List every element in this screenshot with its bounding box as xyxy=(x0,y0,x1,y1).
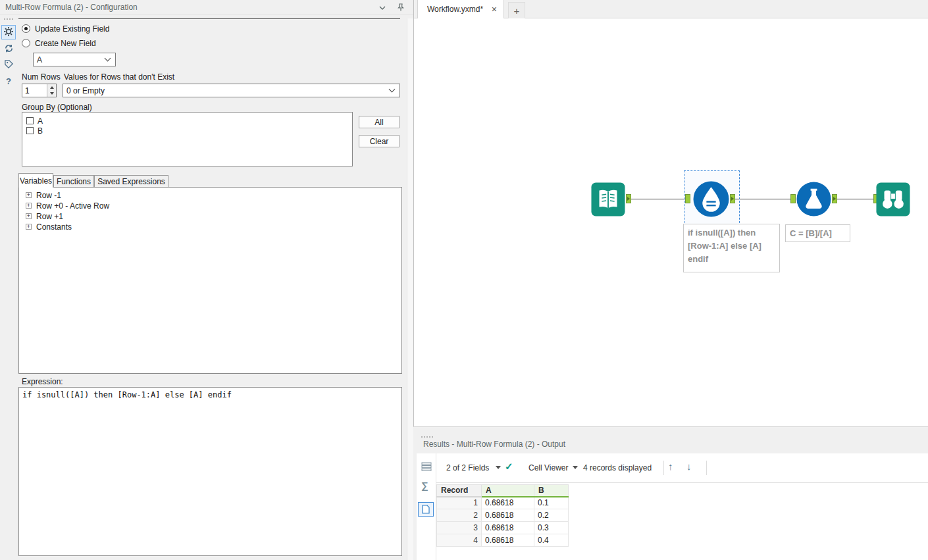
multirow-input-anchor[interactable] xyxy=(685,194,690,203)
workflow-canvas[interactable]: if isnull([A]) then [Row-1:A] else [A] e… xyxy=(414,18,928,428)
multirow-output-anchor[interactable] xyxy=(730,194,735,203)
cell-a[interactable]: 0.68618 xyxy=(482,509,534,522)
tab-functions-label: Functions xyxy=(57,177,91,186)
collapse-chevron-icon[interactable] xyxy=(378,3,387,14)
workflow-tab[interactable]: Workflow.yxmd* × xyxy=(417,0,504,18)
expander-plus-icon[interactable]: + xyxy=(26,213,32,219)
tree-item-label: Constants xyxy=(36,222,72,232)
cell-viewer-button[interactable]: Cell Viewer xyxy=(528,463,568,472)
tree-item-row-minus-1[interactable]: + Row -1 xyxy=(19,191,401,201)
arrow-down-icon[interactable]: ↓ xyxy=(686,461,692,472)
values-for-rows-select[interactable]: 0 or Empty xyxy=(63,84,400,97)
cell-a[interactable]: 0.68618 xyxy=(482,534,534,547)
question-icon: ? xyxy=(6,76,11,86)
apply-check-icon[interactable]: ✓ xyxy=(505,461,513,472)
tool-multi-row-formula[interactable] xyxy=(693,181,729,217)
expression-editor[interactable]: if isnull([A]) then [Row-1:A] else [A] e… xyxy=(18,387,402,556)
workflow-tab-title: Workflow.yxmd* xyxy=(427,5,490,14)
cell-a[interactable]: 0.68618 xyxy=(482,497,534,509)
new-workflow-tab-button[interactable]: + xyxy=(508,2,525,18)
update-existing-field-radio[interactable] xyxy=(22,24,30,33)
tab-saved-expressions-label: Saved Expressions xyxy=(97,177,165,186)
cell-a[interactable]: 0.68618 xyxy=(482,522,534,534)
tool-input-data[interactable] xyxy=(591,182,625,216)
arrow-up-icon[interactable]: ↑ xyxy=(668,461,673,472)
refresh-tab-button[interactable] xyxy=(1,42,16,57)
clear-button[interactable]: Clear xyxy=(359,135,400,147)
pin-icon[interactable] xyxy=(396,3,405,14)
record-number-cell[interactable]: 1 xyxy=(437,497,482,509)
field-select[interactable]: A xyxy=(33,53,116,66)
record-number-cell[interactable]: 4 xyxy=(437,534,482,547)
tab-variables[interactable]: Variables xyxy=(18,173,53,188)
group-by-item-label: B xyxy=(38,126,43,136)
results-panel: Results - Multi-Row Formula (2) - Output… xyxy=(413,426,928,560)
multirow-annotation[interactable]: if isnull([A]) then [Row-1:A] else [A] e… xyxy=(683,224,780,272)
spin-buttons xyxy=(47,84,56,97)
close-icon[interactable]: × xyxy=(490,4,498,14)
tree-item-row-0-active[interactable]: + Row +0 - Active Row xyxy=(19,201,401,212)
create-new-field-radio[interactable] xyxy=(22,39,30,47)
expression-label: Expression: xyxy=(22,377,63,386)
cell-b[interactable]: 0.3 xyxy=(534,522,569,534)
group-by-checkbox-a[interactable] xyxy=(26,117,34,124)
tree-item-row-plus-1[interactable]: + Row +1 xyxy=(19,212,401,222)
group-by-checkbox-b[interactable] xyxy=(26,127,34,134)
tool-browse[interactable] xyxy=(876,182,910,216)
num-rows-input[interactable] xyxy=(22,84,47,97)
values-for-rows-label: Values for Rows that don't Exist xyxy=(64,72,174,82)
all-button[interactable]: All xyxy=(359,116,400,128)
help-tab-button[interactable]: ? xyxy=(1,74,16,88)
expander-plus-icon[interactable]: + xyxy=(26,224,32,230)
plus-icon: + xyxy=(514,5,520,16)
table-row: 4 0.68618 0.4 xyxy=(437,534,569,547)
column-header-a[interactable]: A xyxy=(482,485,534,497)
configuration-panel-titlebar: Multi-Row Formula (2) - Configuration xyxy=(0,0,413,14)
spin-up-button[interactable] xyxy=(47,84,56,91)
tab-functions[interactable]: Functions xyxy=(53,175,94,188)
column-header-b[interactable]: B xyxy=(534,485,569,497)
results-table-view-button[interactable] xyxy=(421,461,432,474)
results-output-view-button[interactable] xyxy=(418,502,434,517)
cell-b[interactable]: 0.4 xyxy=(534,534,569,547)
record-number-cell[interactable]: 2 xyxy=(437,509,482,522)
spin-down-button[interactable] xyxy=(47,91,56,97)
configuration-tab-button[interactable] xyxy=(1,25,16,39)
tree-item-label: Row +1 xyxy=(36,212,63,221)
gear-icon xyxy=(3,26,14,39)
fields-selector[interactable]: 2 of 2 Fields xyxy=(446,463,489,472)
num-rows-label: Num Rows xyxy=(22,72,61,82)
formula-input-anchor[interactable] xyxy=(790,194,796,203)
input-data-output-anchor[interactable] xyxy=(626,194,631,203)
record-number-cell[interactable]: 3 xyxy=(437,522,482,534)
chevron-down-icon[interactable] xyxy=(573,466,578,469)
results-table: Record A B 1 0.68618 0.1 2 0.68618 0.2 3 xyxy=(436,484,569,547)
annotation-tab-button[interactable] xyxy=(1,58,16,72)
table-row: 1 0.68618 0.1 xyxy=(437,497,569,509)
tree-item-label: Row +0 - Active Row xyxy=(36,201,109,211)
table-row: 3 0.68618 0.3 xyxy=(437,522,569,534)
tool-formula[interactable] xyxy=(796,182,831,216)
configuration-panel: Multi-Row Formula (2) - Configuration xyxy=(0,0,413,560)
results-summary-button[interactable]: ∑ xyxy=(421,480,428,491)
expander-plus-icon[interactable]: + xyxy=(26,192,32,198)
clear-button-label: Clear xyxy=(370,137,389,146)
cell-b[interactable]: 0.2 xyxy=(534,509,569,522)
configuration-panel-title: Multi-Row Formula (2) - Configuration xyxy=(5,0,138,14)
strip-grip-handle[interactable] xyxy=(4,18,13,20)
expander-plus-icon[interactable]: + xyxy=(26,203,32,209)
column-header-record[interactable]: Record xyxy=(437,485,482,497)
tree-item-constants[interactable]: + Constants xyxy=(19,222,401,233)
records-displayed-text: 4 records displayed xyxy=(583,463,652,472)
variables-tree[interactable]: + Row -1 + Row +0 - Active Row + Row +1 … xyxy=(18,187,402,374)
config-scrollbar[interactable] xyxy=(407,18,413,560)
chevron-down-icon[interactable] xyxy=(496,466,501,469)
results-panel-title: Results - Multi-Row Formula (2) - Output xyxy=(423,435,565,453)
cell-b[interactable]: 0.1 xyxy=(534,497,569,509)
tab-saved-expressions[interactable]: Saved Expressions xyxy=(94,175,168,188)
formula-output-anchor[interactable] xyxy=(832,194,837,203)
spin-down-icon xyxy=(50,92,54,95)
formula-annotation[interactable]: C = [B]/[A] xyxy=(785,224,850,242)
connection-multirow-to-formula xyxy=(735,199,790,199)
group-by-listbox[interactable]: A B xyxy=(22,112,353,166)
